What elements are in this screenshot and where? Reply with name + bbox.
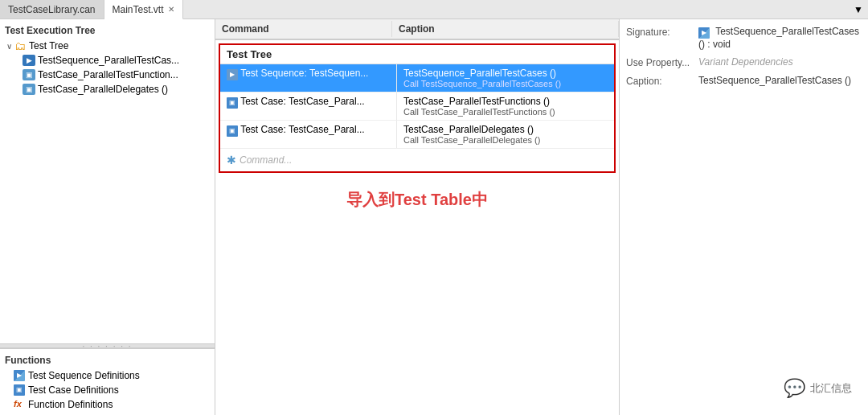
seq-icon-row1: ▶ bbox=[227, 68, 238, 79]
tree-item-testtree[interactable]: ∨ 🗂 Test Tree bbox=[0, 39, 215, 53]
row-1-caption-sub: Call TestSequence_ParallelTestCases () bbox=[403, 79, 608, 88]
prop-use-property-value: Variant Dependencies bbox=[698, 56, 862, 68]
row-1-command-main: ▶ Test Sequence: TestSequen... bbox=[227, 68, 390, 80]
case-icon-testcase-func: ▣ bbox=[23, 69, 35, 80]
functions-section: Functions ▶ Test Sequence Definitions ▣ … bbox=[0, 348, 215, 415]
row-1-caption: TestSequence_ParallelTestCases () Call T… bbox=[397, 64, 614, 92]
functions-item-func-defs[interactable]: fx Function Definitions bbox=[0, 397, 215, 412]
functions-item-sequence-defs[interactable]: ▶ Test Sequence Definitions bbox=[0, 368, 215, 383]
tree-section-header: Test Execution Tree bbox=[0, 23, 215, 39]
tree-item-testcase-del[interactable]: ▣ TestCase_ParallelDelegates () bbox=[0, 82, 215, 97]
prop-signature-label: Signature: bbox=[626, 26, 698, 38]
row-1-command: ▶ Test Sequence: TestSequen... bbox=[220, 64, 397, 92]
table-row-3[interactable]: ▣ Test Case: TestCase_Paral... TestCase_… bbox=[220, 121, 614, 149]
seq-icon-testsequence: ▶ bbox=[23, 55, 35, 66]
row-2-caption-sub: Call TestCase_ParallelTestFunctions () bbox=[403, 107, 608, 117]
watermark-text: 北汇信息 bbox=[810, 381, 852, 396]
prop-caption-value: TestSequence_ParallelTestCases () bbox=[698, 75, 862, 86]
tree-item-testcase-del-label: TestCase_ParallelDelegates () bbox=[38, 84, 168, 95]
chinese-overlay: 导入到Test Table中 bbox=[215, 176, 619, 224]
tab-spacer bbox=[183, 0, 850, 18]
case-icon-row3: ▣ bbox=[227, 124, 238, 135]
func-icon-func-defs: fx bbox=[13, 399, 26, 410]
prop-row-caption: Caption: TestSequence_ParallelTestCases … bbox=[626, 75, 862, 87]
test-tree-box-title: Test Tree bbox=[220, 45, 614, 64]
col-header-command: Command bbox=[215, 21, 392, 37]
new-command-star-icon: ✱ bbox=[227, 154, 236, 166]
functions-section-header: Functions bbox=[0, 352, 215, 368]
functions-func-defs-label: Function Definitions bbox=[28, 399, 113, 410]
tab-testcaselibrary-label: TestCaseLibrary.can bbox=[8, 4, 96, 15]
prop-use-property-label: Use Property... bbox=[626, 56, 698, 68]
tab-maintest-close[interactable]: ✕ bbox=[168, 5, 174, 14]
tree-item-testcase-func[interactable]: ▣ TestCase_ParallelTestFunction... bbox=[0, 68, 215, 82]
row-2-caption-main: TestCase_ParallelTestFunctions () bbox=[403, 96, 608, 107]
right-panel: Signature: ▶ TestSequence_ParallelTestCa… bbox=[619, 19, 868, 415]
table-header: Command Caption bbox=[215, 19, 619, 40]
tree-item-testsequence[interactable]: ▶ TestSequence_ParallelTestCas... bbox=[0, 53, 215, 68]
row-3-command: ▣ Test Case: TestCase_Paral... bbox=[220, 121, 397, 148]
seq-icon-seq-defs: ▶ bbox=[13, 370, 26, 381]
tab-testcaselibrary[interactable]: TestCaseLibrary.can bbox=[0, 0, 104, 18]
tab-dropdown-button[interactable]: ▼ bbox=[849, 0, 868, 18]
tree-item-testcase-func-label: TestCase_ParallelTestFunction... bbox=[38, 69, 178, 80]
table-row-2[interactable]: ▣ Test Case: TestCase_Paral... TestCase_… bbox=[220, 92, 614, 121]
row-1-caption-main: TestSequence_ParallelTestCases () bbox=[403, 68, 608, 79]
watermark-area: 💬 北汇信息 bbox=[784, 378, 852, 399]
tab-maintest[interactable]: MainTest.vtt ✕ bbox=[104, 0, 183, 19]
functions-item-case-defs[interactable]: ▣ Test Case Definitions bbox=[0, 383, 215, 397]
new-command-placeholder: Command... bbox=[240, 154, 292, 166]
main-content: Test Execution Tree ∨ 🗂 Test Tree ▶ Test… bbox=[0, 19, 868, 415]
expand-arrow-testtree: ∨ bbox=[6, 42, 12, 51]
row-2-command: ▣ Test Case: TestCase_Paral... bbox=[220, 92, 397, 120]
sig-icon: ▶ bbox=[698, 26, 713, 37]
case-icon-row2: ▣ bbox=[227, 96, 238, 107]
col-header-caption: Caption bbox=[392, 21, 619, 37]
tab-bar: TestCaseLibrary.can MainTest.vtt ✕ ▼ bbox=[0, 0, 868, 19]
row-3-caption-sub: Call TestCase_ParallelDelegates () bbox=[403, 135, 608, 145]
folder-icon-testtree: 🗂 bbox=[14, 40, 27, 51]
case-icon-testcase-del: ▣ bbox=[23, 84, 35, 95]
prop-row-signature: Signature: ▶ TestSequence_ParallelTestCa… bbox=[626, 26, 862, 50]
row-3-command-main: ▣ Test Case: TestCase_Paral... bbox=[227, 124, 390, 137]
tree-section: Test Execution Tree ∨ 🗂 Test Tree ▶ Test… bbox=[0, 19, 215, 343]
functions-seq-defs-label: Test Sequence Definitions bbox=[28, 370, 140, 381]
table-area: Test Tree ▶ Test Sequence: TestSequen...… bbox=[215, 40, 619, 415]
row-2-command-main: ▣ Test Case: TestCase_Paral... bbox=[227, 96, 390, 109]
row-3-caption: TestCase_ParallelDelegates () Call TestC… bbox=[397, 121, 614, 148]
test-tree-box: Test Tree ▶ Test Sequence: TestSequen...… bbox=[219, 43, 616, 173]
functions-case-defs-label: Test Case Definitions bbox=[28, 384, 119, 396]
prop-caption-label: Caption: bbox=[626, 75, 698, 87]
center-panel: Command Caption Test Tree ▶ Test Sequenc… bbox=[215, 19, 619, 415]
new-command-row[interactable]: ✱ Command... bbox=[220, 149, 614, 171]
tree-item-testsequence-label: TestSequence_ParallelTestCas... bbox=[38, 55, 179, 66]
tree-item-testtree-label: Test Tree bbox=[29, 40, 68, 51]
wechat-icon: 💬 bbox=[784, 378, 805, 399]
table-row-1[interactable]: ▶ Test Sequence: TestSequen... TestSeque… bbox=[220, 64, 614, 92]
tab-maintest-label: MainTest.vtt bbox=[113, 4, 164, 15]
case-icon-case-defs: ▣ bbox=[13, 384, 26, 396]
prop-signature-value: ▶ TestSequence_ParallelTestCases () : vo… bbox=[698, 26, 862, 50]
row-3-caption-main: TestCase_ParallelDelegates () bbox=[403, 124, 608, 135]
prop-row-use-property: Use Property... Variant Dependencies bbox=[626, 56, 862, 68]
row-2-caption: TestCase_ParallelTestFunctions () Call T… bbox=[397, 92, 614, 120]
left-panel: Test Execution Tree ∨ 🗂 Test Tree ▶ Test… bbox=[0, 19, 215, 415]
